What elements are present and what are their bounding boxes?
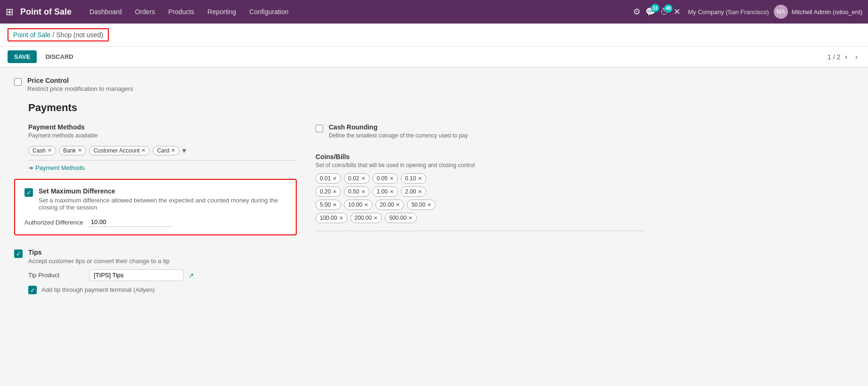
nav-orders[interactable]: Orders [130, 5, 160, 18]
auth-diff-input[interactable] [88, 217, 173, 227]
coin-5.00-remove[interactable]: ✕ [333, 202, 337, 208]
coin-200.00: 200.00✕ [350, 213, 382, 223]
coin-0.50: 0.50✕ [344, 186, 369, 197]
payment-methods-link[interactable]: ➔ Payment Methods [28, 164, 297, 171]
payment-methods-label: Payment Methods [28, 123, 297, 131]
coin-row-0: 0.01✕ 0.02✕ 0.05✕ 0.10✕ [316, 173, 645, 184]
coin-row-2: 5.00✕ 10.00✕ 20.00✕ 50.00✕ [316, 200, 645, 210]
coins-container: 0.01✕ 0.02✕ 0.05✕ 0.10✕ 0.20✕ 0.50✕ 1.00… [316, 173, 645, 231]
cash-rounding-desc: Define the smallest coinage of the curre… [329, 132, 468, 139]
coin-1.00-remove[interactable]: ✕ [389, 189, 394, 195]
clock-badge: 48 [664, 4, 673, 13]
tag-card-remove[interactable]: ✕ [171, 147, 175, 153]
max-diff-desc: Set a maximum difference allowed between… [39, 197, 286, 211]
app-grid-icon[interactable]: ⊞ [6, 6, 14, 17]
coin-0.01: 0.01✕ [316, 173, 341, 184]
right-column: Cash Rounding Define the smallest coinag… [316, 123, 645, 294]
coin-2.00: 2.00✕ [401, 186, 426, 197]
breadcrumb-separator: / [52, 31, 54, 39]
coin-0.05-remove[interactable]: ✕ [389, 176, 394, 182]
tip-product-input[interactable] [89, 269, 184, 281]
payments-two-col: Payment Methods Payment methods availabl… [14, 123, 645, 294]
add-tip-checkbox[interactable] [28, 286, 37, 294]
pagination-prev[interactable]: ‹ [842, 52, 850, 62]
tip-product-row: Tip Product ↗ [14, 269, 297, 281]
price-control-section: Price Control Restrict price modificatio… [14, 77, 645, 92]
payment-methods-desc: Payment methods available [28, 132, 297, 139]
save-button[interactable]: SAVE [8, 50, 37, 63]
auth-diff-label: Authorized Difference [24, 219, 83, 226]
cash-rounding-checkbox[interactable] [316, 125, 323, 132]
tag-bank-remove[interactable]: ✕ [78, 147, 82, 153]
user-name: Mitchell Admin (odoo_ent) [792, 8, 862, 16]
top-navigation: ⊞ Point of Sale Dashboard Orders Product… [0, 0, 868, 24]
tip-product-external-link[interactable]: ↗ [188, 272, 194, 279]
tag-bank-label: Bank [63, 147, 76, 154]
pagination: 1 / 2 ‹ › [827, 52, 860, 62]
coin-0.10-remove[interactable]: ✕ [418, 176, 422, 182]
tag-cash-remove[interactable]: ✕ [48, 147, 52, 153]
tags-dropdown-btn[interactable]: ▾ [182, 146, 186, 155]
coin-row-3: 100.00✕ 200.00✕ 500.00✕ [316, 213, 645, 223]
coin-50.00: 50.00✕ [407, 200, 436, 210]
left-column: Payment Methods Payment methods availabl… [14, 123, 297, 294]
coin-20.00-remove[interactable]: ✕ [396, 202, 400, 208]
avatar[interactable]: MA [774, 5, 788, 19]
coin-200.00-remove[interactable]: ✕ [373, 215, 378, 221]
nav-configuration[interactable]: Configuration [244, 5, 293, 18]
coins-bills-title: Coins/Bills [316, 153, 645, 161]
breadcrumb-bar: Point of Sale / Shop (not used) [0, 24, 868, 47]
messages-icon[interactable]: 💬 33 [645, 7, 656, 17]
coin-10.00-remove[interactable]: ✕ [364, 202, 368, 208]
tips-row: Tips Accept customer tips or convert the… [14, 249, 297, 265]
coin-0.20-remove[interactable]: ✕ [333, 189, 337, 195]
clock-icon[interactable]: ⏱ 48 [660, 7, 669, 17]
add-tip-label: Add tip through payment terminal (Adyen) [41, 286, 155, 293]
tag-customer-account-remove[interactable]: ✕ [141, 147, 146, 153]
nav-dashboard[interactable]: Dashboard [85, 5, 127, 18]
tips-section: Tips Accept customer tips or convert the… [14, 249, 297, 294]
nav-reporting[interactable]: Reporting [203, 5, 241, 18]
coin-50.00-remove[interactable]: ✕ [427, 202, 431, 208]
close-icon[interactable]: ✕ [673, 7, 681, 17]
max-diff-title: Set Maximum Difference [39, 187, 286, 195]
coin-5.00: 5.00✕ [316, 200, 341, 210]
coin-100.00-remove[interactable]: ✕ [339, 215, 343, 221]
main-scroll-area: Price Control Restrict price modificatio… [0, 67, 868, 386]
set-max-diff-checkbox[interactable] [24, 188, 33, 197]
breadcrumb-link[interactable]: Point of Sale [13, 31, 50, 39]
tag-cash-label: Cash [32, 147, 46, 154]
coin-0.01-remove[interactable]: ✕ [333, 176, 337, 182]
price-control-checkbox[interactable] [14, 78, 22, 86]
coin-500.00-remove[interactable]: ✕ [408, 215, 413, 221]
breadcrumb-current: Shop (not used) [56, 31, 103, 39]
tag-customer-account: Customer Account ✕ [89, 146, 150, 155]
tips-checkbox[interactable] [14, 249, 23, 258]
payment-tags-container[interactable]: Cash ✕ Bank ✕ Customer Account ✕ Card [28, 144, 297, 161]
debug-icon[interactable]: ⚙ [633, 7, 641, 17]
pm-link-label[interactable]: Payment Methods [35, 164, 85, 171]
discard-button[interactable]: DISCARD [41, 50, 78, 63]
coin-2.00-remove[interactable]: ✕ [418, 189, 422, 195]
tip-product-label: Tip Product [28, 272, 85, 279]
company-name: My Company (San Francisco) [688, 8, 769, 16]
price-control-desc: Restrict price modification to managers [27, 85, 133, 92]
payments-header: Payments [14, 102, 645, 114]
user-info: MA Mitchell Admin (odoo_ent) [774, 5, 862, 19]
price-control-label: Price Control [27, 77, 133, 84]
coin-0.50-remove[interactable]: ✕ [361, 189, 365, 195]
payment-methods-section: Payment Methods Payment methods availabl… [14, 123, 297, 171]
tag-card-label: Card [157, 147, 169, 154]
messages-badge: 33 [651, 4, 659, 12]
coins-bills-section: Coins/Bills Set of coins/bills that will… [316, 153, 645, 231]
tag-customer-account-label: Customer Account [93, 147, 139, 154]
coin-10.00: 10.00✕ [344, 200, 373, 210]
pagination-next[interactable]: › [852, 52, 860, 62]
action-bar: SAVE DISCARD 1 / 2 ‹ › [0, 47, 868, 67]
tips-title: Tips [28, 249, 170, 256]
nav-products[interactable]: Products [163, 5, 199, 18]
coin-0.02-remove[interactable]: ✕ [361, 176, 365, 182]
app-title: Point of Sale [20, 7, 72, 17]
set-max-diff-box: Set Maximum Difference Set a maximum dif… [14, 179, 297, 235]
coins-bills-desc: Set of coins/bills that will be used in … [316, 162, 645, 169]
